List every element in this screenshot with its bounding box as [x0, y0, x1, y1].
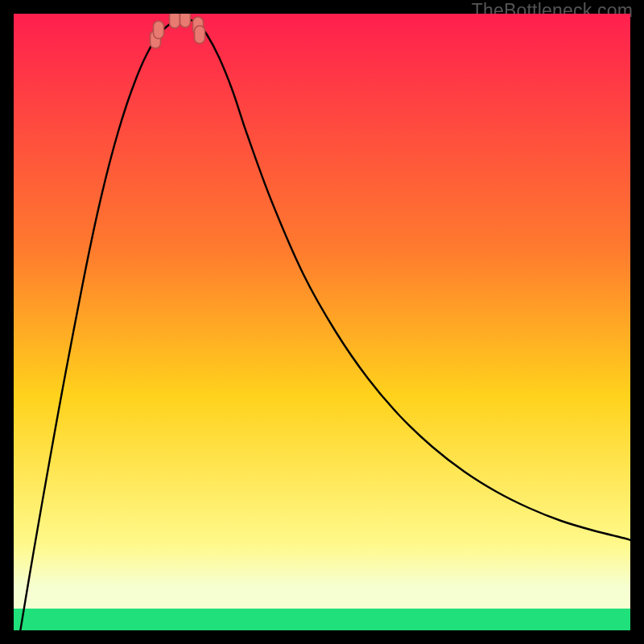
- marker-point-5: [195, 26, 205, 43]
- marker-point-3: [180, 14, 191, 27]
- chart-stage: TheBottleneck.com: [0, 0, 644, 644]
- marker-point-1: [154, 21, 164, 39]
- plot-area: [14, 14, 630, 630]
- curve-markers: [151, 14, 205, 48]
- marker-point-2: [170, 14, 180, 28]
- plot-outer: [14, 14, 630, 630]
- bottleneck-curve: [14, 19, 630, 630]
- curve-layer: [14, 14, 630, 630]
